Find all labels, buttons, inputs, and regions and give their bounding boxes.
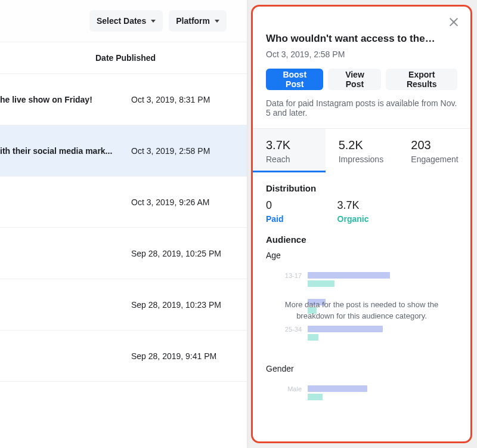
chart-tick-label: Male [266,384,308,393]
export-results-button[interactable]: Export Results [386,69,457,90]
post-list-panel: Select Dates Platform Date Published he … [0,0,247,448]
chevron-down-icon [215,20,219,23]
row-date: Oct 3, 2019, 8:31 PM [131,95,227,104]
gender-heading: Gender [266,364,457,373]
metric-value: 3.7K [266,138,326,152]
table-row[interactable]: Sep 28, 2019, 10:25 PM [0,228,247,279]
distribution-organic: 3.7K Organic [337,199,369,224]
metric-tab-reach[interactable]: 3.7K Reach [253,129,326,172]
table-row[interactable]: he live show on Friday!Oct 3, 2019, 8:31… [0,74,247,125]
paid-value: 0 [266,199,284,212]
metrics-tabs: 3.7K Reach 5.2K Impressions 203 Engageme… [253,128,470,172]
metric-tab-engagement[interactable]: 203 Engagement [398,129,470,172]
paid-label: Paid [266,214,284,224]
chart-overlay-message: More data for the post is needed to show… [266,299,457,322]
metric-label: Impressions [339,155,398,164]
row-date: Oct 3, 2019, 2:58 PM [131,146,227,156]
chart-tick-label [266,298,308,299]
distribution-heading: Distribution [266,183,457,193]
platform-label: Platform [176,16,210,26]
platform-dropdown[interactable]: Platform [169,10,227,32]
metric-label: Reach [266,155,326,164]
table-row[interactable]: Sep 28, 2019, 9:41 PM [0,330,247,382]
detail-title: Who wouldn't want access to these four (… [266,33,457,45]
row-date: Sep 28, 2019, 10:25 PM [131,249,227,258]
age-chart: 13-1725-34 More data for the post is nee… [266,271,457,360]
chevron-down-icon [151,20,156,23]
close-icon[interactable] [447,15,461,29]
chart-tick-label: 13-17 [266,271,308,279]
detail-date: Oct 3, 2019, 2:58 PM [266,50,457,59]
audience-heading: Audience [266,234,457,245]
row-title: ith their social media mark... [0,146,131,156]
metric-label: Engagement [411,155,470,164]
organic-value: 3.7K [337,199,369,212]
table-row[interactable]: Sep 28, 2019, 10:23 PM [0,279,247,330]
boost-post-button[interactable]: Boost Post [266,69,323,90]
row-title: he live show on Friday! [0,95,131,104]
row-date: Sep 28, 2019, 10:23 PM [131,300,227,310]
row-date: Sep 28, 2019, 9:41 PM [131,351,227,361]
select-dates-label: Select Dates [97,16,146,26]
data-availability-note: Data for paid Instagram posts is availab… [266,98,457,118]
metric-tab-impressions[interactable]: 5.2K Impressions [326,129,398,172]
metric-value: 5.2K [339,138,398,152]
post-detail-panel: Who wouldn't want access to these four (… [251,5,472,443]
gender-chart: Male [266,384,457,420]
column-header-date-published: Date Published [0,42,247,74]
table-row[interactable]: Oct 3, 2019, 9:26 AM [0,177,247,228]
distribution-paid: 0 Paid [266,199,284,224]
age-heading: Age [266,251,457,260]
metric-value: 203 [411,138,470,152]
select-dates-dropdown[interactable]: Select Dates [89,10,163,32]
view-post-button[interactable]: View Post [328,69,381,90]
organic-label: Organic [337,214,369,224]
row-date: Oct 3, 2019, 9:26 AM [131,197,227,207]
table-row[interactable]: ith their social media mark...Oct 3, 201… [0,125,247,177]
chart-tick-label: 25-34 [266,325,308,333]
